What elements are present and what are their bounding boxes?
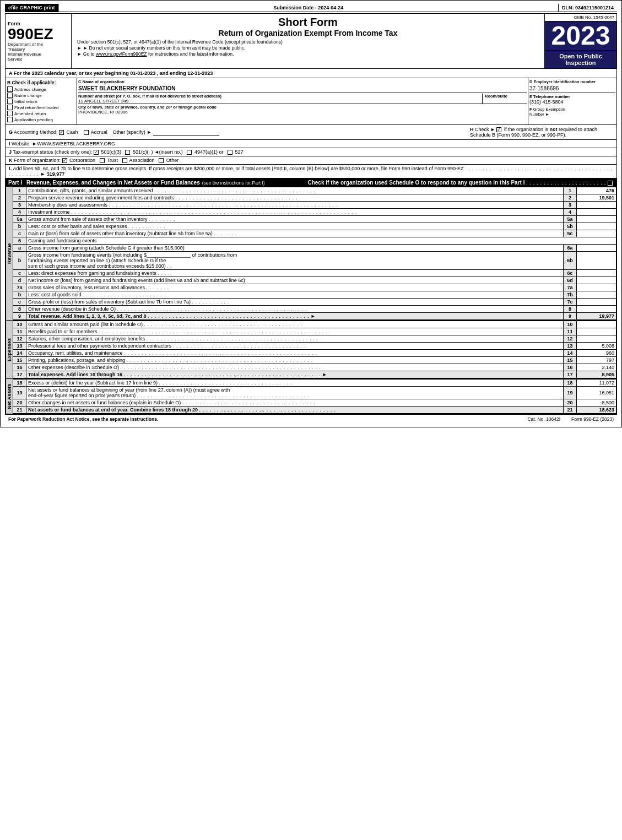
instruction-3: ► Go to www.irs.gov/Form990EZ for instru… <box>77 51 539 57</box>
table-row: 13 Professional fees and other payments … <box>13 343 616 350</box>
row-subnum-5b: 5b <box>564 223 577 230</box>
row-subnum-6c: 6c <box>564 270 577 277</box>
row-line-11: 11 <box>564 328 577 335</box>
checkbox-accrual <box>84 130 89 135</box>
table-row: 17 Total expenses. Add lines 10 through … <box>13 371 616 378</box>
row-desc-7c: Gross profit or (loss) from sales of inv… <box>26 299 564 306</box>
row-num-20: 20 <box>13 399 26 407</box>
row-line-6d: 6d <box>564 277 577 284</box>
table-row: 19 Net assets or fund balances at beginn… <box>13 387 616 399</box>
row-num-10: 10 <box>13 321 26 328</box>
checkbox-corp <box>62 158 67 163</box>
row-num-3: 3 <box>13 202 26 209</box>
row-desc-4: Investment income . . . . . . . . . . . … <box>26 209 564 216</box>
row-val-9: 19,977 <box>577 313 616 320</box>
row-line-12: 12 <box>564 335 577 343</box>
table-row: 9 Total revenue. Add lines 1, 2, 3, 4, 5… <box>13 313 616 320</box>
dept-line4: Service <box>8 57 69 62</box>
phone-value: (310) 415-5804 <box>529 99 615 105</box>
row-val-7a <box>577 284 616 291</box>
form-instructions: Under section 501(c), 527, or 4947(a)(1)… <box>77 39 539 57</box>
row-desc-21: Net assets or fund balances at end of ye… <box>26 407 564 414</box>
footer-cat: Cat. No. 10642I <box>527 416 560 422</box>
dept-line2: Treasury <box>8 47 69 52</box>
row-val-17: 8,905 <box>577 371 616 378</box>
row-line-3: 3 <box>564 202 577 209</box>
section-bcd: B Check if applicable: Address change Na… <box>5 78 617 125</box>
row-desc-10: Grants and similar amounts paid (list in… <box>26 321 564 328</box>
table-row: c Gross profit or (loss) from sales of i… <box>13 299 616 306</box>
row-val-19: 16,051 <box>577 387 616 399</box>
section-a: A For the 2023 calendar year, or tax yea… <box>5 69 617 78</box>
row-num-21: 21 <box>13 407 26 414</box>
form-center-panel: Short Form Return of Organization Exempt… <box>72 14 545 68</box>
dept-line1: Department of the <box>8 42 69 47</box>
row-desc-6: Gaming and fundraising events <box>26 237 616 245</box>
row-num-5c: c <box>13 230 26 237</box>
table-row: d Net income or (loss) from gaming and f… <box>13 277 616 284</box>
table-row: 16 Other expenses (describe in Schedule … <box>13 364 616 371</box>
row-val-12 <box>577 335 616 343</box>
section-d: D Employer identification number 37-1586… <box>528 78 616 124</box>
main-header: Form 990EZ Department of the Treasury In… <box>5 13 617 69</box>
checkbox-address-change <box>7 86 13 92</box>
address-value: 11 ANGELL STREET 349 <box>78 99 480 104</box>
table-row: 12 Salaries, other compensation, and emp… <box>13 335 616 343</box>
checkbox-other-k <box>159 158 164 163</box>
section-a-text: For the 2023 calendar year, or tax year … <box>14 71 213 76</box>
table-row: b Gross income from fundraising events (… <box>13 252 616 270</box>
header-top-bar: efile GRAPHIC print Submission Date - 20… <box>5 4 617 12</box>
form-title-sub: Return of Organization Exempt From Incom… <box>77 29 539 37</box>
row-line-4: 4 <box>564 209 577 216</box>
row-num-19: 19 <box>13 387 26 399</box>
section-g: G Accounting Method: Cash Accrual Other … <box>9 129 470 136</box>
row-desc-9: Total revenue. Add lines 1, 2, 3, 4, 5c,… <box>26 313 564 320</box>
row-line-15: 15 <box>564 357 577 364</box>
net-assets-table: 18 Excess or (deficit) for the year (Sub… <box>13 379 616 414</box>
table-row: 15 Printing, publications, postage, and … <box>13 357 616 364</box>
check-app-pending: Application pending <box>7 117 75 122</box>
row-line-1: 1 <box>564 187 577 194</box>
row-num-7c: c <box>13 299 26 306</box>
table-row: b Less: cost of goods sold . . . . . . .… <box>13 291 616 299</box>
table-row: b Less: cost or other basis and sales ex… <box>13 223 616 230</box>
checkbox-assoc <box>122 158 127 163</box>
dept-line3: Internal Revenue <box>8 52 69 57</box>
instruction-1: Under section 501(c), 527, or 4947(a)(1)… <box>77 39 539 45</box>
section-l-dots: . . . . . . . . . . . . . . . . . . . . … <box>9 166 612 177</box>
row-num-13: 13 <box>13 343 26 350</box>
row-val-1: 476 <box>577 187 616 194</box>
part1-title: Revenue, Expenses, and Changes in Net As… <box>26 180 200 186</box>
row-line-14: 14 <box>564 350 577 357</box>
footer: For Paperwork Reduction Act Notice, see … <box>5 414 617 424</box>
row-desc-15: Printing, publications, postage, and shi… <box>26 357 564 364</box>
form-right-panel: OMB No. 1545-0047 2023 Open to Public In… <box>545 14 616 68</box>
row-num-14: 14 <box>13 350 26 357</box>
row-num-5b: b <box>13 223 26 230</box>
table-row: 7a Gross sales of inventory, less return… <box>13 284 616 291</box>
address-main: Number and street (or P. O. box, if mail… <box>78 94 483 104</box>
row-val-5c <box>577 230 616 237</box>
row-num-6b: b <box>13 252 26 270</box>
label-other: Other (specify) ► <box>113 129 152 135</box>
row-desc-19: Net assets or fund balances at beginning… <box>26 387 564 399</box>
net-assets-section: Net Assets 18 Excess or (deficit) for th… <box>5 379 617 414</box>
row-val-14: 960 <box>577 350 616 357</box>
city-value: PROVIDENCE, RI 02906 <box>78 110 527 115</box>
row-line-7c: 7c <box>564 299 577 306</box>
label-address-change: Address change <box>14 87 46 92</box>
row-num-6: 6 <box>13 237 26 245</box>
phone-label: E Telephone number <box>529 94 615 99</box>
row-line-10: 10 <box>564 321 577 328</box>
row-desc-5b: Less: cost or other basis and sales expe… <box>26 223 564 230</box>
row-desc-7a: Gross sales of inventory, less returns a… <box>26 284 564 291</box>
row-num-17: 17 <box>13 371 26 378</box>
row-desc-6d: Net income or (loss) from gaming and fun… <box>26 277 564 284</box>
section-l-value: 19,977 <box>50 171 65 177</box>
checkbox-501c3 <box>94 150 99 155</box>
row-num-7b: b <box>13 291 26 299</box>
row-val-16: 2,140 <box>577 364 616 371</box>
row-val-5b <box>577 223 616 230</box>
revenue-section: Revenue 1 Contributions, gifts, grants, … <box>5 187 617 321</box>
row-line-16: 16 <box>564 364 577 371</box>
